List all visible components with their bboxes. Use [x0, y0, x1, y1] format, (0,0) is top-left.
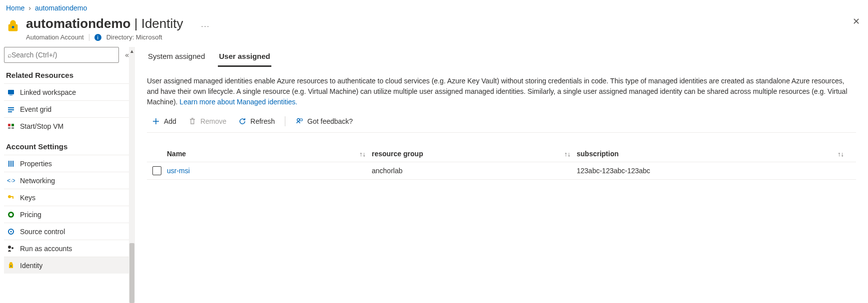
svg-point-22 — [11, 247, 13, 249]
table-row[interactable]: usr-msi anchorlab 123abc-123abc-123abc — [147, 162, 856, 180]
breadcrumb-home[interactable]: Home — [6, 4, 24, 12]
svg-point-20 — [10, 231, 12, 232]
identity-icon — [7, 262, 15, 270]
svg-point-21 — [8, 246, 11, 249]
add-button[interactable]: Add — [147, 115, 181, 127]
sidebar-item-networking[interactable]: <·> Networking — [4, 172, 135, 189]
refresh-icon — [238, 117, 246, 125]
scroll-thumb[interactable] — [129, 243, 134, 303]
svg-point-0 — [12, 26, 14, 28]
sidebar-item-start-stop-vm[interactable]: Start/Stop VM — [4, 117, 135, 134]
workspace-icon — [7, 88, 15, 96]
sidebar-item-label: Start/Stop VM — [20, 122, 63, 130]
sort-icon[interactable]: ↑↓ — [564, 150, 571, 158]
svg-text:<·>: <·> — [7, 177, 15, 184]
svg-rect-4 — [8, 109, 14, 110]
sidebar-item-properties[interactable]: Properties — [4, 155, 135, 172]
tab-system-assigned[interactable]: System assigned — [147, 49, 206, 67]
svg-rect-16 — [12, 197, 13, 199]
sidebar-item-run-as-accounts[interactable]: Run as accounts — [4, 240, 135, 257]
feedback-button[interactable]: Got feedback? — [290, 115, 358, 127]
sidebar-item-keys[interactable]: Keys — [4, 189, 135, 206]
page-heading: automationdemo | Identity Automation Acc… — [0, 12, 868, 45]
sidebar-item-source-control[interactable]: Source control — [4, 223, 135, 240]
sidebar-item-label: Identity — [20, 262, 42, 270]
svg-rect-7 — [11, 124, 14, 126]
properties-icon — [7, 160, 15, 168]
scroll-up-icon[interactable]: ▲ — [129, 47, 135, 55]
sidebar-item-label: Pricing — [20, 211, 41, 219]
breadcrumb-separator-icon: › — [28, 4, 31, 12]
svg-rect-6 — [8, 124, 10, 126]
search-input-container[interactable]: ⌕ — [4, 47, 119, 63]
svg-rect-15 — [10, 196, 13, 197]
svg-rect-11 — [10, 161, 11, 167]
search-icon: ⌕ — [7, 51, 11, 59]
toolbar: Add Remove Refresh Got feedback? — [147, 115, 856, 133]
trash-icon — [188, 117, 196, 125]
resource-type-label: Automation Account — [26, 33, 84, 41]
svg-rect-2 — [9, 95, 12, 95]
svg-rect-3 — [8, 107, 14, 108]
svg-rect-9 — [11, 127, 14, 129]
sidebar-scrollbar[interactable]: ▲ — [129, 47, 135, 303]
svg-point-23 — [10, 265, 11, 266]
breadcrumb-resource[interactable]: automationdemo — [35, 4, 87, 12]
row-checkbox[interactable] — [152, 166, 161, 175]
sidebar-section-settings: Account Settings — [4, 134, 135, 155]
table-header-row: Name ↑↓ resource group ↑↓ subscription ↑… — [147, 146, 856, 162]
gear-icon — [7, 228, 15, 236]
automation-account-icon — [6, 19, 20, 33]
svg-rect-25 — [300, 119, 302, 121]
column-header-name[interactable]: Name — [167, 150, 186, 158]
tab-description: User assigned managed identities enable … — [147, 76, 856, 107]
more-actions-button[interactable]: ··· — [201, 22, 210, 30]
svg-rect-1 — [8, 90, 14, 94]
remove-button: Remove — [183, 115, 231, 127]
breadcrumb: Home › automationdemo — [0, 0, 868, 12]
refresh-button[interactable]: Refresh — [233, 115, 280, 127]
column-header-subscription[interactable]: subscription — [577, 150, 619, 158]
page-title: automationdemo | Identity — [26, 16, 183, 31]
sidebar-item-pricing[interactable]: Pricing — [4, 206, 135, 223]
sidebar-item-linked-workspace[interactable]: Linked workspace — [4, 83, 135, 100]
sidebar-item-label: Linked workspace — [20, 88, 76, 96]
identity-tabs: System assigned User assigned — [147, 49, 856, 67]
feedback-icon — [295, 117, 303, 125]
svg-rect-12 — [12, 161, 13, 167]
sidebar-item-label: Keys — [20, 194, 35, 202]
identity-resource-group: anchorlab — [372, 167, 403, 175]
tab-user-assigned[interactable]: User assigned — [218, 49, 271, 67]
search-input[interactable] — [11, 51, 115, 59]
power-icon — [7, 122, 15, 130]
svg-rect-5 — [8, 111, 12, 112]
event-grid-icon — [7, 105, 15, 113]
sidebar-item-label: Event grid — [20, 105, 51, 113]
directory-label: Directory: Microsoft — [106, 33, 162, 41]
sidebar-section-related: Related Resources — [4, 63, 135, 83]
identity-name-link[interactable]: usr-msi — [167, 167, 190, 175]
main-content: System assigned User assigned User assig… — [135, 45, 868, 303]
accounts-icon — [7, 245, 15, 253]
svg-point-18 — [9, 213, 12, 216]
svg-rect-8 — [8, 127, 10, 129]
sort-icon[interactable]: ↑↓ — [838, 150, 844, 158]
sidebar-item-identity[interactable]: Identity — [4, 257, 135, 274]
close-button[interactable]: ✕ — [853, 16, 860, 27]
pricing-icon — [7, 211, 15, 219]
sidebar-item-label: Properties — [20, 160, 52, 168]
learn-more-link[interactable]: Learn more about Managed identities. — [179, 98, 297, 106]
sidebar-item-label: Source control — [20, 228, 65, 236]
sidebar: ⌕ « Related Resources Linked workspace E… — [0, 45, 135, 303]
key-icon — [7, 194, 15, 202]
identities-table: Name ↑↓ resource group ↑↓ subscription ↑… — [147, 146, 856, 180]
sort-icon[interactable]: ↑↓ — [359, 150, 366, 158]
info-icon: i — [94, 34, 101, 41]
sidebar-item-label: Run as accounts — [20, 245, 72, 253]
column-header-resource-group[interactable]: resource group — [372, 150, 423, 158]
sidebar-item-label: Networking — [20, 177, 55, 185]
sidebar-item-event-grid[interactable]: Event grid — [4, 100, 135, 117]
identity-subscription: 123abc-123abc-123abc — [577, 167, 650, 175]
plus-icon — [152, 117, 160, 125]
toolbar-divider — [285, 116, 285, 126]
